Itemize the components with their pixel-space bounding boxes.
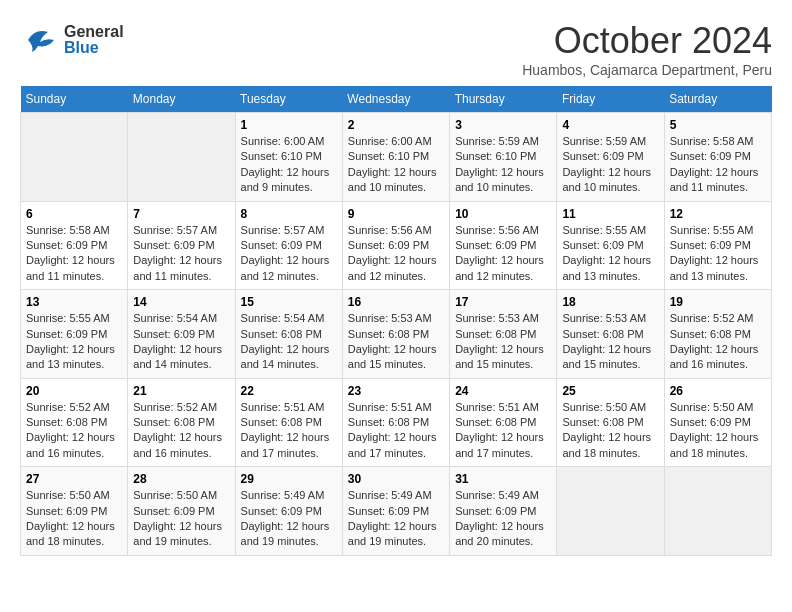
cell-sun-info: Sunrise: 5:49 AM Sunset: 6:09 PM Dayligh… bbox=[241, 488, 337, 550]
calendar-day-header: Tuesday bbox=[235, 86, 342, 113]
cell-sun-info: Sunrise: 5:59 AM Sunset: 6:10 PM Dayligh… bbox=[455, 134, 551, 196]
calendar-cell: 2Sunrise: 6:00 AM Sunset: 6:10 PM Daylig… bbox=[342, 113, 449, 202]
cell-sun-info: Sunrise: 5:53 AM Sunset: 6:08 PM Dayligh… bbox=[348, 311, 444, 373]
calendar-cell: 10Sunrise: 5:56 AM Sunset: 6:09 PM Dayli… bbox=[450, 201, 557, 290]
calendar-cell: 17Sunrise: 5:53 AM Sunset: 6:08 PM Dayli… bbox=[450, 290, 557, 379]
cell-sun-info: Sunrise: 6:00 AM Sunset: 6:10 PM Dayligh… bbox=[348, 134, 444, 196]
day-number: 28 bbox=[133, 472, 229, 486]
day-number: 21 bbox=[133, 384, 229, 398]
calendar-cell: 23Sunrise: 5:51 AM Sunset: 6:08 PM Dayli… bbox=[342, 378, 449, 467]
cell-sun-info: Sunrise: 5:53 AM Sunset: 6:08 PM Dayligh… bbox=[455, 311, 551, 373]
cell-sun-info: Sunrise: 5:57 AM Sunset: 6:09 PM Dayligh… bbox=[133, 223, 229, 285]
cell-sun-info: Sunrise: 5:54 AM Sunset: 6:09 PM Dayligh… bbox=[133, 311, 229, 373]
calendar-day-header: Monday bbox=[128, 86, 235, 113]
calendar-week-row: 1Sunrise: 6:00 AM Sunset: 6:10 PM Daylig… bbox=[21, 113, 772, 202]
calendar-week-row: 27Sunrise: 5:50 AM Sunset: 6:09 PM Dayli… bbox=[21, 467, 772, 556]
cell-sun-info: Sunrise: 5:57 AM Sunset: 6:09 PM Dayligh… bbox=[241, 223, 337, 285]
calendar-week-row: 6Sunrise: 5:58 AM Sunset: 6:09 PM Daylig… bbox=[21, 201, 772, 290]
cell-sun-info: Sunrise: 5:53 AM Sunset: 6:08 PM Dayligh… bbox=[562, 311, 658, 373]
calendar-day-header: Sunday bbox=[21, 86, 128, 113]
calendar-cell: 29Sunrise: 5:49 AM Sunset: 6:09 PM Dayli… bbox=[235, 467, 342, 556]
day-number: 30 bbox=[348, 472, 444, 486]
calendar-cell: 28Sunrise: 5:50 AM Sunset: 6:09 PM Dayli… bbox=[128, 467, 235, 556]
day-number: 19 bbox=[670, 295, 766, 309]
cell-sun-info: Sunrise: 5:58 AM Sunset: 6:09 PM Dayligh… bbox=[26, 223, 122, 285]
cell-sun-info: Sunrise: 5:55 AM Sunset: 6:09 PM Dayligh… bbox=[562, 223, 658, 285]
cell-sun-info: Sunrise: 5:51 AM Sunset: 6:08 PM Dayligh… bbox=[455, 400, 551, 462]
day-number: 15 bbox=[241, 295, 337, 309]
calendar-cell: 24Sunrise: 5:51 AM Sunset: 6:08 PM Dayli… bbox=[450, 378, 557, 467]
calendar-cell bbox=[128, 113, 235, 202]
day-number: 4 bbox=[562, 118, 658, 132]
cell-sun-info: Sunrise: 5:55 AM Sunset: 6:09 PM Dayligh… bbox=[26, 311, 122, 373]
day-number: 13 bbox=[26, 295, 122, 309]
calendar-cell bbox=[664, 467, 771, 556]
cell-sun-info: Sunrise: 5:56 AM Sunset: 6:09 PM Dayligh… bbox=[348, 223, 444, 285]
cell-sun-info: Sunrise: 5:59 AM Sunset: 6:09 PM Dayligh… bbox=[562, 134, 658, 196]
cell-sun-info: Sunrise: 5:52 AM Sunset: 6:08 PM Dayligh… bbox=[133, 400, 229, 462]
calendar-cell: 1Sunrise: 6:00 AM Sunset: 6:10 PM Daylig… bbox=[235, 113, 342, 202]
day-number: 2 bbox=[348, 118, 444, 132]
calendar-cell bbox=[557, 467, 664, 556]
cell-sun-info: Sunrise: 5:50 AM Sunset: 6:09 PM Dayligh… bbox=[670, 400, 766, 462]
day-number: 25 bbox=[562, 384, 658, 398]
cell-sun-info: Sunrise: 5:50 AM Sunset: 6:08 PM Dayligh… bbox=[562, 400, 658, 462]
title-section: October 2024 Huambos, Cajamarca Departme… bbox=[522, 20, 772, 78]
day-number: 20 bbox=[26, 384, 122, 398]
cell-sun-info: Sunrise: 5:54 AM Sunset: 6:08 PM Dayligh… bbox=[241, 311, 337, 373]
calendar-day-header: Friday bbox=[557, 86, 664, 113]
day-number: 5 bbox=[670, 118, 766, 132]
day-number: 18 bbox=[562, 295, 658, 309]
cell-sun-info: Sunrise: 5:58 AM Sunset: 6:09 PM Dayligh… bbox=[670, 134, 766, 196]
calendar-cell: 3Sunrise: 5:59 AM Sunset: 6:10 PM Daylig… bbox=[450, 113, 557, 202]
day-number: 23 bbox=[348, 384, 444, 398]
day-number: 11 bbox=[562, 207, 658, 221]
calendar-cell: 8Sunrise: 5:57 AM Sunset: 6:09 PM Daylig… bbox=[235, 201, 342, 290]
cell-sun-info: Sunrise: 5:50 AM Sunset: 6:09 PM Dayligh… bbox=[26, 488, 122, 550]
page-header: General Blue October 2024 Huambos, Cajam… bbox=[20, 20, 772, 78]
cell-sun-info: Sunrise: 5:50 AM Sunset: 6:09 PM Dayligh… bbox=[133, 488, 229, 550]
month-title: October 2024 bbox=[522, 20, 772, 62]
calendar-cell: 13Sunrise: 5:55 AM Sunset: 6:09 PM Dayli… bbox=[21, 290, 128, 379]
day-number: 27 bbox=[26, 472, 122, 486]
calendar-cell: 4Sunrise: 5:59 AM Sunset: 6:09 PM Daylig… bbox=[557, 113, 664, 202]
day-number: 8 bbox=[241, 207, 337, 221]
day-number: 12 bbox=[670, 207, 766, 221]
day-number: 24 bbox=[455, 384, 551, 398]
day-number: 6 bbox=[26, 207, 122, 221]
calendar-cell: 27Sunrise: 5:50 AM Sunset: 6:09 PM Dayli… bbox=[21, 467, 128, 556]
logo: General Blue bbox=[20, 20, 124, 60]
day-number: 9 bbox=[348, 207, 444, 221]
day-number: 14 bbox=[133, 295, 229, 309]
calendar-cell: 11Sunrise: 5:55 AM Sunset: 6:09 PM Dayli… bbox=[557, 201, 664, 290]
calendar-cell: 19Sunrise: 5:52 AM Sunset: 6:08 PM Dayli… bbox=[664, 290, 771, 379]
logo-text: General Blue bbox=[64, 24, 124, 56]
logo-blue-text: Blue bbox=[64, 40, 124, 56]
cell-sun-info: Sunrise: 5:49 AM Sunset: 6:09 PM Dayligh… bbox=[455, 488, 551, 550]
cell-sun-info: Sunrise: 5:56 AM Sunset: 6:09 PM Dayligh… bbox=[455, 223, 551, 285]
calendar-week-row: 20Sunrise: 5:52 AM Sunset: 6:08 PM Dayli… bbox=[21, 378, 772, 467]
cell-sun-info: Sunrise: 5:55 AM Sunset: 6:09 PM Dayligh… bbox=[670, 223, 766, 285]
cell-sun-info: Sunrise: 5:49 AM Sunset: 6:09 PM Dayligh… bbox=[348, 488, 444, 550]
cell-sun-info: Sunrise: 5:52 AM Sunset: 6:08 PM Dayligh… bbox=[670, 311, 766, 373]
calendar-week-row: 13Sunrise: 5:55 AM Sunset: 6:09 PM Dayli… bbox=[21, 290, 772, 379]
calendar-cell: 21Sunrise: 5:52 AM Sunset: 6:08 PM Dayli… bbox=[128, 378, 235, 467]
day-number: 3 bbox=[455, 118, 551, 132]
calendar-cell: 22Sunrise: 5:51 AM Sunset: 6:08 PM Dayli… bbox=[235, 378, 342, 467]
calendar-cell: 15Sunrise: 5:54 AM Sunset: 6:08 PM Dayli… bbox=[235, 290, 342, 379]
day-number: 10 bbox=[455, 207, 551, 221]
calendar-cell: 7Sunrise: 5:57 AM Sunset: 6:09 PM Daylig… bbox=[128, 201, 235, 290]
location-subtitle: Huambos, Cajamarca Department, Peru bbox=[522, 62, 772, 78]
day-number: 17 bbox=[455, 295, 551, 309]
day-number: 26 bbox=[670, 384, 766, 398]
day-number: 16 bbox=[348, 295, 444, 309]
day-number: 1 bbox=[241, 118, 337, 132]
calendar-cell: 20Sunrise: 5:52 AM Sunset: 6:08 PM Dayli… bbox=[21, 378, 128, 467]
logo-general-text: General bbox=[64, 24, 124, 40]
calendar-cell: 26Sunrise: 5:50 AM Sunset: 6:09 PM Dayli… bbox=[664, 378, 771, 467]
calendar-cell: 31Sunrise: 5:49 AM Sunset: 6:09 PM Dayli… bbox=[450, 467, 557, 556]
calendar-day-header: Saturday bbox=[664, 86, 771, 113]
calendar-cell: 16Sunrise: 5:53 AM Sunset: 6:08 PM Dayli… bbox=[342, 290, 449, 379]
day-number: 22 bbox=[241, 384, 337, 398]
calendar-cell: 18Sunrise: 5:53 AM Sunset: 6:08 PM Dayli… bbox=[557, 290, 664, 379]
